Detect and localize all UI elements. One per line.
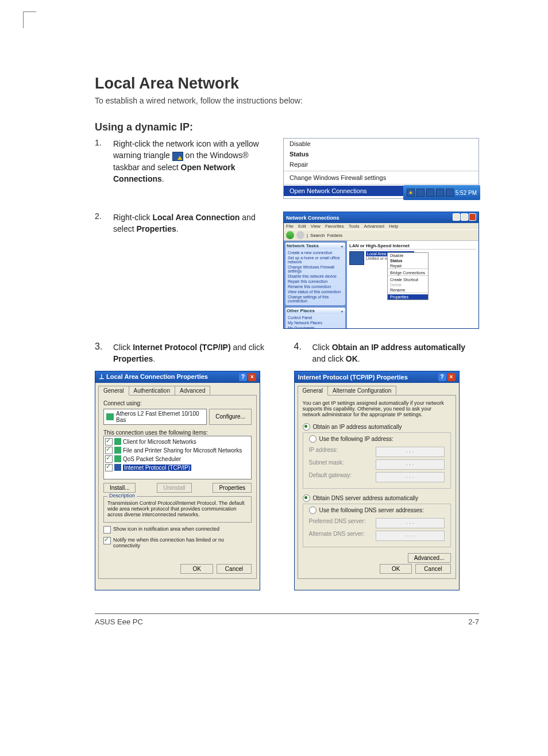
ok-button[interactable]: OK — [380, 564, 412, 574]
menu-item[interactable]: Status — [284, 149, 478, 159]
close-icon[interactable]: × — [248, 373, 256, 381]
step-number: 4. — [294, 341, 302, 365]
step2-body: Right-click Local Area Connection and se… — [113, 212, 273, 235]
tray-icon[interactable] — [446, 189, 454, 197]
place-link[interactable]: My Documents — [288, 325, 343, 329]
tray-icon[interactable] — [436, 189, 444, 197]
items-list[interactable]: Client for Microsoft Networks File and P… — [103, 436, 252, 479]
screenshot-tcpip-properties: Internet Protocol (TCP/IP) Properties ?×… — [294, 371, 460, 590]
checkbox[interactable] — [105, 438, 113, 446]
radio[interactable] — [309, 435, 317, 443]
window-title: Network Connections — [286, 215, 339, 221]
intro-text: To establish a wired network, follow the… — [95, 96, 479, 105]
checkbox[interactable] — [103, 537, 111, 544]
network-warning-icon — [172, 152, 183, 161]
footer-right: 2-7 — [468, 617, 479, 626]
page-title: Local Area Network — [95, 75, 479, 93]
ip-input: . . . — [376, 447, 445, 457]
task-link[interactable]: View status of this connection — [288, 289, 343, 294]
step1-body: Right-click the network icon with a yell… — [113, 138, 273, 185]
back-icon[interactable] — [286, 231, 294, 239]
task-link[interactable]: Change settings of this connection — [288, 294, 343, 304]
service-icon — [114, 455, 121, 462]
radio[interactable] — [303, 494, 310, 502]
clock: 5:52 PM — [456, 190, 477, 196]
advanced-button[interactable]: Advanced... — [408, 553, 451, 563]
client-icon — [114, 438, 121, 445]
forward-icon[interactable] — [296, 231, 304, 239]
task-link[interactable]: Create a new connection — [288, 250, 343, 255]
uninstall-button: Uninstall — [157, 483, 191, 493]
dns1-input: . . . — [376, 518, 445, 528]
dialog-title: ⊥ Local Area Connection Properties — [99, 373, 208, 381]
adapter-field: Atheros L2 Fast Ethernet 10/100 Bas — [103, 409, 207, 425]
task-link[interactable]: Change Windows Firewall settings — [288, 264, 343, 274]
menu-item[interactable]: Change Windows Firewall settings — [284, 172, 478, 183]
tab-advanced[interactable]: Advanced — [175, 386, 210, 395]
ok-button[interactable]: OK — [180, 564, 213, 574]
radio[interactable] — [309, 506, 317, 514]
tab-general[interactable]: General — [298, 386, 329, 396]
system-tray: 5:52 PM — [403, 185, 480, 200]
screenshot-network-connections: Network Connections FileEditViewFavorite… — [283, 212, 479, 329]
gateway-input: . . . — [376, 472, 445, 482]
step-number: 3. — [95, 341, 103, 365]
checkbox[interactable] — [105, 464, 113, 471]
protocol-icon — [114, 464, 121, 471]
footer-left: ASUS Eee PC — [95, 617, 143, 626]
nic-icon — [106, 413, 114, 420]
close-icon[interactable]: × — [447, 373, 456, 381]
checkbox[interactable] — [105, 447, 113, 454]
tray-icon[interactable] — [426, 189, 434, 197]
tab-authentication[interactable]: Authentication — [129, 386, 175, 395]
menu-item[interactable]: Repair — [284, 159, 478, 170]
place-link[interactable]: Control Panel — [288, 315, 343, 320]
network-warning-icon[interactable] — [407, 189, 415, 197]
window-buttons[interactable] — [452, 213, 476, 222]
properties-button[interactable]: Properties — [213, 483, 252, 493]
menu-item[interactable]: Disable — [284, 139, 478, 149]
install-button[interactable]: Install... — [103, 483, 136, 493]
step-number: 2. — [95, 212, 103, 235]
menu-bar[interactable]: FileEditViewFavoritesToolsAdvancedHelp — [284, 223, 478, 229]
screenshot-taskbar-menu: Disable Status Repair Change Windows Fir… — [283, 138, 479, 199]
task-link[interactable]: Rename this connection — [288, 284, 343, 289]
help-icon[interactable]: ? — [239, 373, 247, 381]
connection-icon[interactable] — [349, 251, 364, 265]
dialog-title: Internet Protocol (TCP/IP) Properties — [298, 374, 408, 381]
tray-icon[interactable] — [416, 189, 424, 197]
checkbox[interactable] — [105, 455, 113, 463]
context-menu[interactable]: Disable Status Repair Bridge Connections… — [387, 252, 429, 300]
tab-general[interactable]: General — [98, 386, 129, 396]
uses-label: This connection uses the following items… — [103, 429, 252, 436]
step4-body: Click Obtain an IP address automatically… — [312, 341, 480, 365]
help-icon[interactable]: ? — [438, 373, 446, 381]
service-icon — [114, 447, 121, 454]
dns2-input: . . . — [376, 531, 445, 541]
task-link[interactable]: Disable this network device — [288, 274, 343, 279]
screenshot-lan-properties: ⊥ Local Area Connection Properties ?× Ge… — [95, 371, 260, 590]
mask-input: . . . — [376, 459, 445, 470]
step-number: 1. — [95, 138, 103, 185]
radio[interactable] — [303, 423, 310, 431]
place-link[interactable]: My Network Places — [288, 320, 343, 325]
step3-body: Click Internet Protocol (TCP/IP) and cli… — [113, 341, 280, 365]
section-subheading: Using a dynamic IP: — [95, 121, 479, 133]
connect-using-label: Connect using: — [103, 400, 252, 406]
cancel-button[interactable]: Cancel — [217, 564, 252, 574]
checkbox[interactable] — [103, 526, 111, 534]
tab-alternate[interactable]: Alternate Configuration — [327, 386, 396, 395]
description-header: Description — [107, 493, 137, 498]
toolbar[interactable]: | Search Folders — [284, 229, 478, 241]
description-text: Transmission Control Protocol/Internet P… — [107, 500, 245, 517]
cancel-button[interactable]: Cancel — [415, 564, 450, 574]
group-header: LAN or High-Speed Internet — [349, 243, 476, 250]
configure-button[interactable]: Configure... — [209, 409, 252, 425]
task-link[interactable]: Repair this connection — [288, 279, 343, 284]
task-link[interactable]: Set up a home or small office network — [288, 255, 343, 264]
tcpip-intro: You can get IP settings assigned automat… — [303, 400, 451, 417]
